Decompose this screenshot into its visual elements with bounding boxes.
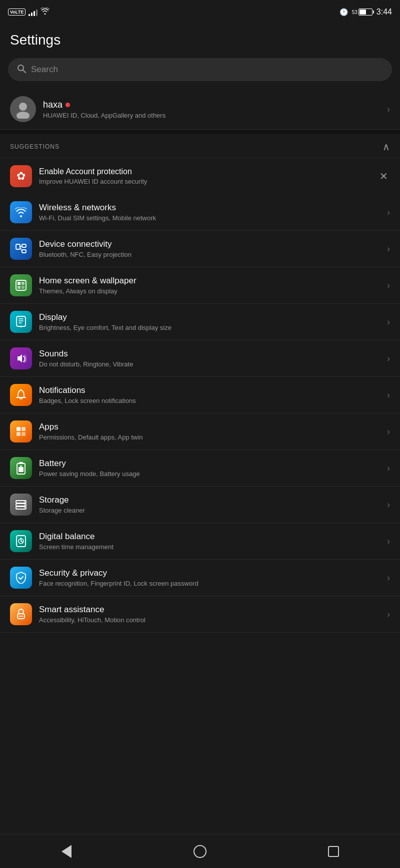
settings-item-security[interactable]: Security & privacy Face recognition, Fin… — [0, 560, 400, 596]
settings-item-apps[interactable]: Apps Permissions, Default apps, App twin… — [0, 413, 400, 450]
svg-point-15 — [20, 326, 22, 327]
suggestion-title: Enable Account protection — [39, 167, 378, 176]
sounds-title: Sounds — [39, 349, 387, 359]
sounds-text: Sounds Do not disturb, Ringtone, Vibrate — [39, 349, 387, 368]
home-screen-subtitle: Themes, Always on display — [39, 287, 387, 295]
search-bar[interactable]: Search — [8, 58, 392, 81]
notifications-subtitle: Badges, Lock screen notifications — [39, 397, 387, 404]
settings-item-device-connectivity[interactable]: Device connectivity Bluetooth, NFC, Easy… — [0, 231, 400, 267]
profile-info: haxa HUAWEI ID, Cloud, AppGallery and ot… — [43, 100, 387, 119]
svg-rect-4 — [16, 244, 20, 249]
chevron-right-icon: › — [387, 317, 390, 327]
security-title: Security & privacy — [39, 568, 387, 578]
chevron-right-icon: › — [387, 207, 390, 218]
home-screen-text: Home screen & wallpaper Themes, Always o… — [39, 276, 387, 295]
svg-rect-25 — [22, 432, 26, 436]
chevron-right-icon: › — [387, 609, 390, 620]
chevron-right-icon: › — [387, 500, 390, 510]
sounds-subtitle: Do not disturb, Ringtone, Vibrate — [39, 360, 387, 368]
suggestion-card[interactable]: ✿ Enable Account protection Improve HUAW… — [0, 158, 400, 194]
smart-assistance-subtitle: Accessibility, HiTouch, Motion control — [39, 616, 387, 624]
notifications-title: Notifications — [39, 385, 387, 395]
close-icon[interactable]: ✕ — [378, 168, 390, 184]
wifi-icon — [40, 8, 50, 17]
settings-item-wireless[interactable]: Wireless & networks Wi-Fi, Dual SIM sett… — [0, 194, 400, 231]
svg-rect-11 — [22, 282, 24, 285]
chevron-right-icon: › — [387, 244, 390, 254]
settings-item-notifications[interactable]: Notifications Badges, Lock screen notifi… — [0, 377, 400, 413]
profile-subtitle: HUAWEI ID, Cloud, AppGallery and others — [43, 112, 387, 119]
svg-rect-6 — [22, 250, 26, 253]
chevron-right-icon: › — [387, 426, 390, 437]
sounds-icon — [10, 347, 32, 369]
settings-list: Wireless & networks Wi-Fi, Dual SIM sett… — [0, 194, 400, 633]
svg-rect-24 — [16, 432, 20, 436]
notifications-text: Notifications Badges, Lock screen notifi… — [39, 385, 387, 404]
settings-item-home-screen[interactable]: Home screen & wallpaper Themes, Always o… — [0, 267, 400, 304]
svg-rect-12 — [18, 286, 20, 289]
back-icon — [62, 845, 72, 858]
battery-subtitle: Power saving mode, Battery usage — [39, 470, 387, 478]
settings-item-battery[interactable]: Battery Power saving mode, Battery usage… — [0, 450, 400, 487]
alarm-icon: 🕐 — [340, 8, 348, 16]
display-subtitle: Brightness, Eye comfort, Text and displa… — [39, 324, 387, 331]
nav-home-button[interactable] — [185, 841, 215, 861]
nav-back-button[interactable] — [52, 841, 82, 861]
storage-title: Storage — [39, 495, 387, 505]
digital-balance-text: Digital balance Screen time management — [39, 532, 387, 551]
chevron-right-icon: › — [387, 390, 390, 400]
settings-item-storage[interactable]: Storage Storage cleaner › — [0, 487, 400, 523]
volte-indicator: VoLTE — [8, 9, 26, 16]
battery-indicator: 53 — [352, 9, 372, 16]
wireless-icon — [10, 201, 32, 223]
suggestions-label: SUGGESTIONS — [10, 143, 60, 150]
svg-rect-13 — [22, 286, 24, 289]
home-icon — [194, 845, 206, 858]
profile-row[interactable]: haxa HUAWEI ID, Cloud, AppGallery and ot… — [0, 89, 400, 130]
status-bar: VoLTE 🕐 53 3:44 — [0, 0, 400, 24]
svg-rect-28 — [18, 467, 24, 472]
smart-assistance-icon — [10, 603, 32, 625]
svg-point-2 — [19, 103, 27, 111]
storage-text: Storage Storage cleaner — [39, 495, 387, 514]
device-connectivity-title: Device connectivity — [39, 239, 387, 249]
header: Settings — [0, 24, 400, 58]
svg-point-3 — [16, 112, 30, 119]
svg-rect-9 — [16, 280, 26, 290]
security-icon — [10, 567, 32, 589]
battery-title: Battery — [39, 459, 387, 469]
battery-level: 53 — [352, 10, 358, 15]
settings-item-smart-assistance[interactable]: Smart assistance Accessibility, HiTouch,… — [0, 596, 400, 633]
search-container: Search — [0, 58, 400, 89]
apps-subtitle: Permissions, Default apps, App twin — [39, 433, 387, 441]
huawei-logo-icon: ✿ — [16, 170, 26, 183]
wireless-subtitle: Wi-Fi, Dual SIM settings, Mobile network — [39, 214, 387, 222]
chevron-right-icon: › — [387, 463, 390, 474]
svg-point-36 — [24, 508, 25, 509]
chevron-right-icon: › — [387, 280, 390, 291]
avatar — [10, 96, 36, 122]
nav-bar — [0, 834, 400, 868]
svg-rect-23 — [22, 427, 26, 431]
storage-subtitle: Storage cleaner — [39, 507, 387, 514]
apps-text: Apps Permissions, Default apps, App twin — [39, 422, 387, 441]
svg-rect-27 — [19, 462, 23, 464]
settings-item-display[interactable]: Display Brightness, Eye comfort, Text an… — [0, 304, 400, 340]
settings-item-sounds[interactable]: Sounds Do not disturb, Ringtone, Vibrate… — [0, 340, 400, 377]
smart-assistance-text: Smart assistance Accessibility, HiTouch,… — [39, 605, 387, 624]
notifications-icon — [10, 384, 32, 406]
suggestions-header: SUGGESTIONS ∧ — [0, 134, 400, 158]
suggestion-icon: ✿ — [10, 165, 32, 187]
smart-assistance-title: Smart assistance — [39, 605, 387, 615]
nav-recents-button[interactable] — [318, 841, 348, 861]
wireless-title: Wireless & networks — [39, 203, 387, 213]
battery-box — [358, 9, 372, 16]
digital-balance-title: Digital balance — [39, 532, 387, 542]
device-connectivity-text: Device connectivity Bluetooth, NFC, Easy… — [39, 239, 387, 258]
home-screen-icon — [10, 274, 32, 296]
collapse-icon[interactable]: ∧ — [382, 141, 390, 153]
bottom-spacer — [0, 633, 400, 667]
settings-item-digital-balance[interactable]: Digital balance Screen time management › — [0, 523, 400, 560]
apps-icon — [10, 420, 32, 443]
display-icon — [10, 311, 32, 333]
